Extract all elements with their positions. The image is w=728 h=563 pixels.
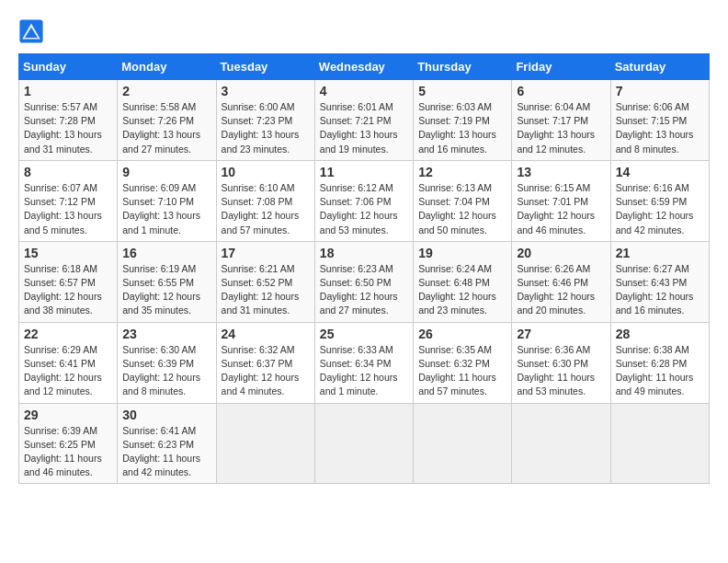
day-number: 1 xyxy=(24,84,112,98)
calendar-cell: 2Sunrise: 5:58 AMSunset: 7:26 PMDaylight… xyxy=(118,80,216,161)
header-day-saturday: Saturday xyxy=(610,54,709,80)
calendar-cell: 14Sunrise: 6:16 AMSunset: 6:59 PMDayligh… xyxy=(610,160,709,241)
day-info: Sunrise: 5:58 AMSunset: 7:26 PMDaylight:… xyxy=(122,101,200,155)
day-number: 22 xyxy=(24,327,112,341)
calendar-cell: 10Sunrise: 6:10 AMSunset: 7:08 PMDayligh… xyxy=(216,160,314,241)
calendar-cell: 24Sunrise: 6:32 AMSunset: 6:37 PMDayligh… xyxy=(216,322,314,403)
day-info: Sunrise: 6:15 AMSunset: 7:01 PMDaylight:… xyxy=(517,182,595,236)
calendar-week-5: 29Sunrise: 6:39 AMSunset: 6:25 PMDayligh… xyxy=(19,403,710,484)
day-info: Sunrise: 6:10 AMSunset: 7:08 PMDaylight:… xyxy=(222,182,300,236)
day-info: Sunrise: 6:01 AMSunset: 7:21 PMDaylight:… xyxy=(320,101,398,155)
calendar-cell: 13Sunrise: 6:15 AMSunset: 7:01 PMDayligh… xyxy=(512,160,610,241)
calendar-cell: 8Sunrise: 6:07 AMSunset: 7:12 PMDaylight… xyxy=(19,160,118,241)
calendar-cell: 18Sunrise: 6:23 AMSunset: 6:50 PMDayligh… xyxy=(314,241,413,322)
day-info: Sunrise: 6:07 AMSunset: 7:12 PMDaylight:… xyxy=(24,182,102,236)
day-info: Sunrise: 6:23 AMSunset: 6:50 PMDaylight:… xyxy=(320,263,398,316)
day-info: Sunrise: 6:06 AMSunset: 7:15 PMDaylight:… xyxy=(616,101,694,155)
calendar-cell: 11Sunrise: 6:12 AMSunset: 7:06 PMDayligh… xyxy=(314,160,413,241)
day-info: Sunrise: 6:21 AMSunset: 6:52 PMDaylight:… xyxy=(222,263,300,316)
day-number: 19 xyxy=(418,246,506,260)
calendar-cell: 5Sunrise: 6:03 AMSunset: 7:19 PMDaylight… xyxy=(414,80,512,161)
calendar-cell xyxy=(216,403,314,484)
day-number: 20 xyxy=(517,246,605,260)
day-number: 30 xyxy=(122,408,210,422)
calendar-cell: 28Sunrise: 6:38 AMSunset: 6:28 PMDayligh… xyxy=(610,322,709,403)
header-day-wednesday: Wednesday xyxy=(314,54,413,80)
day-number: 23 xyxy=(122,327,210,341)
calendar-cell: 7Sunrise: 6:06 AMSunset: 7:15 PMDaylight… xyxy=(610,80,709,161)
calendar-header: SundayMondayTuesdayWednesdayThursdayFrid… xyxy=(19,54,710,80)
calendar-cell: 17Sunrise: 6:21 AMSunset: 6:52 PMDayligh… xyxy=(216,241,314,322)
calendar-body: 1Sunrise: 5:57 AMSunset: 7:28 PMDaylight… xyxy=(19,80,710,484)
day-info: Sunrise: 5:57 AMSunset: 7:28 PMDaylight:… xyxy=(24,101,102,155)
day-number: 29 xyxy=(24,408,112,422)
calendar-cell xyxy=(314,403,413,484)
calendar-cell: 3Sunrise: 6:00 AMSunset: 7:23 PMDaylight… xyxy=(216,80,314,161)
day-number: 21 xyxy=(616,246,704,260)
calendar-cell: 16Sunrise: 6:19 AMSunset: 6:55 PMDayligh… xyxy=(118,241,216,322)
day-number: 10 xyxy=(222,165,310,179)
calendar-cell: 25Sunrise: 6:33 AMSunset: 6:34 PMDayligh… xyxy=(314,322,413,403)
calendar-table: SundayMondayTuesdayWednesdayThursdayFrid… xyxy=(18,53,710,484)
header-day-friday: Friday xyxy=(512,54,610,80)
day-number: 9 xyxy=(122,165,210,179)
day-info: Sunrise: 6:19 AMSunset: 6:55 PMDaylight:… xyxy=(122,263,200,316)
header-day-sunday: Sunday xyxy=(19,54,118,80)
day-info: Sunrise: 6:39 AMSunset: 6:25 PMDaylight:… xyxy=(24,425,102,478)
day-number: 18 xyxy=(320,246,408,260)
day-number: 27 xyxy=(517,327,605,341)
day-number: 7 xyxy=(616,84,704,98)
day-info: Sunrise: 6:32 AMSunset: 6:37 PMDaylight:… xyxy=(222,344,300,397)
calendar-cell xyxy=(610,403,709,484)
calendar-cell: 19Sunrise: 6:24 AMSunset: 6:48 PMDayligh… xyxy=(414,241,512,322)
calendar-cell: 21Sunrise: 6:27 AMSunset: 6:43 PMDayligh… xyxy=(610,241,709,322)
calendar-cell: 20Sunrise: 6:26 AMSunset: 6:46 PMDayligh… xyxy=(512,241,610,322)
day-number: 15 xyxy=(24,246,112,260)
day-info: Sunrise: 6:09 AMSunset: 7:10 PMDaylight:… xyxy=(122,182,200,236)
page-header xyxy=(18,18,710,44)
day-number: 4 xyxy=(320,84,408,98)
day-number: 2 xyxy=(122,84,210,98)
calendar-cell: 1Sunrise: 5:57 AMSunset: 7:28 PMDaylight… xyxy=(19,80,118,161)
calendar-cell: 26Sunrise: 6:35 AMSunset: 6:32 PMDayligh… xyxy=(414,322,512,403)
calendar-week-2: 8Sunrise: 6:07 AMSunset: 7:12 PMDaylight… xyxy=(19,160,710,241)
day-number: 13 xyxy=(517,165,605,179)
day-info: Sunrise: 6:13 AMSunset: 7:04 PMDaylight:… xyxy=(418,182,496,236)
header-day-thursday: Thursday xyxy=(414,54,512,80)
day-info: Sunrise: 6:38 AMSunset: 6:28 PMDaylight:… xyxy=(616,344,694,397)
logo xyxy=(18,18,48,44)
day-info: Sunrise: 6:00 AMSunset: 7:23 PMDaylight:… xyxy=(222,101,300,155)
calendar-cell: 22Sunrise: 6:29 AMSunset: 6:41 PMDayligh… xyxy=(19,322,118,403)
day-info: Sunrise: 6:18 AMSunset: 6:57 PMDaylight:… xyxy=(24,263,102,316)
day-number: 3 xyxy=(222,84,310,98)
calendar-week-1: 1Sunrise: 5:57 AMSunset: 7:28 PMDaylight… xyxy=(19,80,710,161)
calendar-cell: 9Sunrise: 6:09 AMSunset: 7:10 PMDaylight… xyxy=(118,160,216,241)
day-info: Sunrise: 6:27 AMSunset: 6:43 PMDaylight:… xyxy=(616,263,694,316)
day-number: 26 xyxy=(418,327,506,341)
day-number: 25 xyxy=(320,327,408,341)
calendar-cell: 6Sunrise: 6:04 AMSunset: 7:17 PMDaylight… xyxy=(512,80,610,161)
calendar-cell xyxy=(414,403,512,484)
day-number: 14 xyxy=(616,165,704,179)
day-info: Sunrise: 6:33 AMSunset: 6:34 PMDaylight:… xyxy=(320,344,398,397)
calendar-cell: 30Sunrise: 6:41 AMSunset: 6:23 PMDayligh… xyxy=(118,403,216,484)
header-day-tuesday: Tuesday xyxy=(216,54,314,80)
day-info: Sunrise: 6:36 AMSunset: 6:30 PMDaylight:… xyxy=(517,344,595,397)
day-number: 16 xyxy=(122,246,210,260)
day-number: 12 xyxy=(418,165,506,179)
day-info: Sunrise: 6:30 AMSunset: 6:39 PMDaylight:… xyxy=(122,344,200,397)
day-number: 17 xyxy=(222,246,310,260)
day-number: 11 xyxy=(320,165,408,179)
day-info: Sunrise: 6:35 AMSunset: 6:32 PMDaylight:… xyxy=(418,344,496,397)
header-day-monday: Monday xyxy=(118,54,216,80)
calendar-week-3: 15Sunrise: 6:18 AMSunset: 6:57 PMDayligh… xyxy=(19,241,710,322)
calendar-cell: 27Sunrise: 6:36 AMSunset: 6:30 PMDayligh… xyxy=(512,322,610,403)
day-number: 28 xyxy=(616,327,704,341)
day-info: Sunrise: 6:04 AMSunset: 7:17 PMDaylight:… xyxy=(517,101,595,155)
calendar-cell: 15Sunrise: 6:18 AMSunset: 6:57 PMDayligh… xyxy=(19,241,118,322)
day-info: Sunrise: 6:26 AMSunset: 6:46 PMDaylight:… xyxy=(517,263,595,316)
day-info: Sunrise: 6:03 AMSunset: 7:19 PMDaylight:… xyxy=(418,101,496,155)
calendar-cell: 23Sunrise: 6:30 AMSunset: 6:39 PMDayligh… xyxy=(118,322,216,403)
day-number: 24 xyxy=(222,327,310,341)
day-info: Sunrise: 6:12 AMSunset: 7:06 PMDaylight:… xyxy=(320,182,398,236)
